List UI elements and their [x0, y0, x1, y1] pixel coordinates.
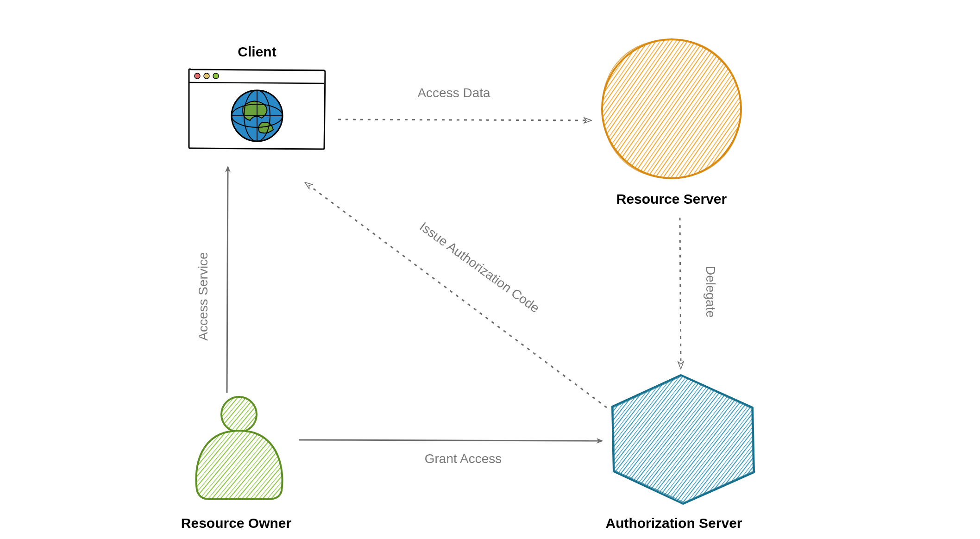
edge-delegate-label: Delegate: [704, 266, 718, 318]
edge-grant-access-label: Grant Access: [425, 451, 502, 466]
resource-server-label: Resource Server: [616, 191, 727, 207]
svg-point-16: [221, 397, 257, 432]
edge-access-service: Access Service: [196, 167, 228, 393]
client-label: Client: [238, 44, 276, 59]
edge-issue-authorization-code-label: Issue Authorization Code: [417, 219, 542, 315]
edge-access-data: Access Data: [338, 86, 591, 120]
resource-owner-label: Resource Owner: [181, 515, 292, 531]
window-dot-yellow-icon: [204, 73, 209, 79]
window-dot-red-icon: [195, 73, 200, 79]
resource-server-node: Resource Server: [602, 39, 741, 207]
svg-point-15: [602, 39, 741, 178]
authorization-server-label: Authorization Server: [605, 515, 742, 531]
authorization-server-node: Authorization Server: [605, 375, 754, 531]
window-dot-green-icon: [213, 73, 219, 79]
edge-grant-access: Grant Access: [299, 440, 602, 466]
edge-issue-authorization-code: Issue Authorization Code: [306, 183, 607, 407]
edge-delegate: Delegate: [680, 218, 718, 368]
client-node: Client: [189, 44, 325, 149]
edge-access-service-label: Access Service: [196, 252, 210, 340]
edge-access-data-label: Access Data: [417, 86, 490, 100]
resource-owner-node: Resource Owner: [181, 397, 292, 531]
globe-icon: [232, 90, 283, 141]
